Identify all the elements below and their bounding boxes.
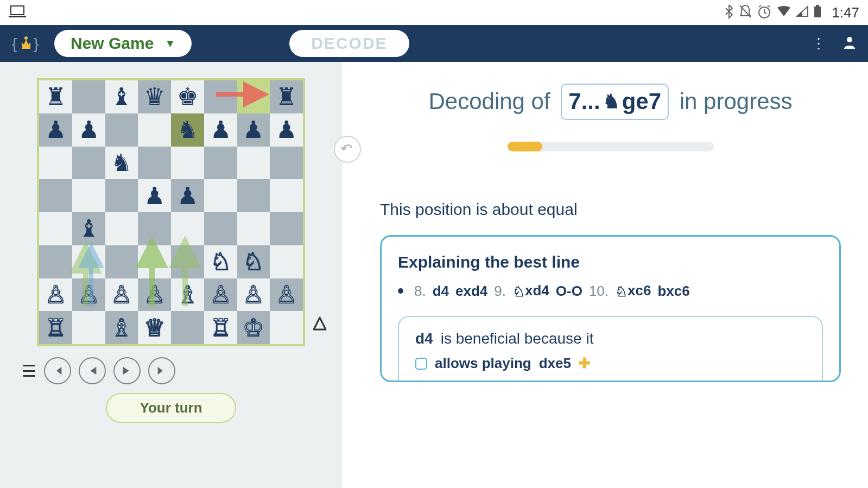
square-c6[interactable]: ♞ (105, 147, 138, 180)
square-c3[interactable] (105, 245, 138, 278)
square-e1[interactable] (171, 311, 204, 344)
square-d6[interactable] (138, 147, 171, 180)
laptop-icon (9, 5, 26, 20)
checkbox-icon[interactable] (415, 358, 427, 370)
bluetooth-icon (724, 4, 734, 21)
piece: ♞ (111, 151, 132, 175)
piece: ♞ (177, 118, 198, 142)
square-a3[interactable] (39, 245, 72, 278)
square-g5[interactable] (237, 179, 270, 212)
square-f4[interactable] (204, 212, 237, 245)
decode-tab[interactable]: DECODE (289, 30, 409, 57)
square-c4[interactable] (105, 212, 138, 245)
square-d4[interactable] (138, 212, 171, 245)
square-h5[interactable] (270, 179, 303, 212)
square-f8[interactable] (204, 80, 237, 113)
square-a4[interactable] (39, 212, 72, 245)
square-g6[interactable] (237, 147, 270, 180)
square-h3[interactable] (270, 245, 303, 278)
new-game-button[interactable]: New Game ▼ (54, 30, 192, 57)
square-f7[interactable]: ♟ (204, 113, 237, 147)
square-b3[interactable] (72, 245, 105, 278)
square-e6[interactable] (171, 147, 204, 180)
progress-fill (508, 142, 543, 151)
square-g2[interactable]: ♙ (237, 278, 270, 312)
square-f3[interactable]: ♘ (204, 245, 237, 278)
svg-text:{: { (12, 35, 17, 52)
square-d1[interactable]: ♕ (138, 311, 171, 344)
last-move-button[interactable] (148, 357, 175, 384)
square-h4[interactable] (270, 212, 303, 245)
first-move-button[interactable] (44, 357, 71, 384)
square-e3[interactable] (171, 245, 204, 278)
move[interactable]: exd4 (455, 283, 487, 300)
svg-rect-3 (814, 7, 821, 17)
square-b4[interactable]: ♝ (72, 212, 105, 245)
square-f1[interactable]: ♖ (204, 311, 237, 344)
square-a7[interactable]: ♟ (39, 113, 72, 147)
square-c8[interactable]: ♝ (105, 80, 138, 113)
square-a6[interactable] (39, 147, 72, 180)
more-icon[interactable]: ⋮ (812, 35, 826, 52)
piece: ♖ (45, 316, 66, 340)
square-a2[interactable]: ♙ (39, 278, 72, 312)
square-f6[interactable] (204, 147, 237, 180)
square-e2[interactable]: ♗ (171, 278, 204, 312)
square-a1[interactable]: ♖ (39, 311, 72, 344)
square-d2[interactable]: ♙ (138, 278, 171, 312)
square-b1[interactable] (72, 311, 105, 344)
decoding-pre: Decoding of (428, 88, 550, 114)
square-h8[interactable]: ♜ (270, 80, 303, 113)
square-b2[interactable]: ♙ (72, 278, 105, 312)
turn-label: Your turn (140, 400, 202, 416)
square-h1[interactable] (270, 311, 303, 344)
app-bar: {} New Game ▼ DECODE ⋮ (0, 25, 868, 62)
decode-label: DECODE (311, 34, 387, 52)
square-c2[interactable]: ♙ (105, 278, 138, 312)
prev-move-button[interactable] (79, 357, 106, 384)
plus-icon[interactable]: ✚ (579, 355, 591, 372)
square-e4[interactable] (171, 212, 204, 245)
square-d7[interactable] (138, 113, 171, 147)
square-b8[interactable] (72, 80, 105, 113)
square-f2[interactable]: ♙ (204, 278, 237, 312)
move[interactable]: d4 (433, 283, 449, 300)
piece: ♟ (78, 118, 99, 142)
square-d3[interactable] (138, 245, 171, 278)
square-e7[interactable]: ♞ (171, 113, 204, 147)
square-e5[interactable]: ♟ (171, 179, 204, 212)
next-move-button[interactable] (113, 357, 141, 384)
chess-board[interactable]: ♜♝♛♚♜♟♟♞♟♟♟♞♟♟♝♘♘♙♙♙♙♗♙♙♙♖♗♕♖♔ (37, 78, 305, 346)
square-e8[interactable]: ♚ (171, 80, 204, 113)
square-b7[interactable]: ♟ (72, 113, 105, 147)
square-b5[interactable] (72, 179, 105, 212)
back-button[interactable] (334, 136, 361, 163)
move[interactable]: bxc6 (657, 283, 689, 300)
reason-text: is beneficial because it (441, 330, 594, 347)
square-g3[interactable]: ♘ (237, 245, 270, 278)
square-c5[interactable] (105, 179, 138, 212)
square-g4[interactable] (237, 212, 270, 245)
square-c1[interactable]: ♗ (105, 311, 138, 344)
menu-icon[interactable]: ☰ (22, 362, 36, 381)
reason-move: d4 (415, 330, 433, 347)
user-icon[interactable] (842, 35, 857, 52)
square-h6[interactable] (270, 147, 303, 180)
square-h2[interactable]: ♙ (270, 278, 303, 312)
square-h7[interactable]: ♟ (270, 113, 303, 147)
decoding-post: in progress (680, 88, 793, 114)
move[interactable]: O-O (556, 283, 582, 300)
square-g7[interactable]: ♟ (237, 113, 270, 147)
square-b6[interactable] (72, 147, 105, 180)
square-g1[interactable]: ♔ (237, 311, 270, 344)
square-f5[interactable] (204, 179, 237, 212)
square-g8[interactable] (237, 80, 270, 113)
square-c7[interactable] (105, 113, 138, 147)
move[interactable]: ♘xd4 (512, 282, 549, 300)
piece: ♖ (210, 316, 231, 340)
square-a5[interactable] (39, 179, 72, 212)
square-a8[interactable]: ♜ (39, 80, 72, 113)
square-d8[interactable]: ♛ (138, 80, 171, 113)
move[interactable]: ♘xc6 (615, 282, 651, 300)
square-d5[interactable]: ♟ (138, 179, 171, 212)
